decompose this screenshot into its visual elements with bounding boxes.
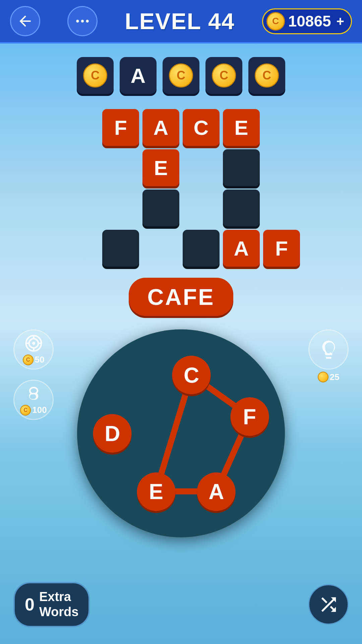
- cell-3-1: [102, 190, 139, 226]
- letter-d-node[interactable]: D: [93, 414, 132, 453]
- reward-tile-5: C: [248, 57, 285, 94]
- svg-point-1: [81, 20, 84, 22]
- cell-4-3: [183, 230, 220, 267]
- level-title: LEVEL 44: [125, 8, 235, 34]
- grid-row-3: [101, 188, 261, 228]
- letter-wheel: C F D E A: [77, 329, 285, 537]
- target-cost-coin: C: [23, 355, 34, 365]
- header: LEVEL 44 C 10865 +: [0, 0, 362, 44]
- cell-2-1: [102, 149, 139, 186]
- grid-row-2: E: [101, 148, 261, 188]
- svg-point-2: [86, 20, 88, 22]
- reward-row: C A C C C: [0, 57, 362, 94]
- menu-button[interactable]: [67, 6, 98, 36]
- grid-row-4: A F: [60, 228, 302, 268]
- bottom-area: 0 ExtraWords: [0, 582, 362, 627]
- hint-cost-coin: [318, 372, 328, 382]
- target-tool-cost: C 50: [23, 355, 45, 365]
- cell-2-2: E: [142, 149, 179, 186]
- shuffle-button[interactable]: [308, 584, 349, 625]
- target-tool-button[interactable]: C 50: [13, 329, 54, 370]
- cell-3-2: [142, 190, 179, 226]
- coin-display: C 10865 +: [262, 8, 352, 34]
- cell-2-4: [223, 149, 260, 186]
- crossword-grid: F A C E E A F: [0, 107, 362, 268]
- hint-cost: 25: [318, 372, 340, 382]
- cell-4-0: [62, 230, 99, 267]
- coin-plus: +: [337, 14, 344, 29]
- grid-row-1: F A C E: [101, 107, 261, 148]
- cell-1-3: C: [183, 109, 220, 146]
- reward-tile-3: C: [163, 57, 199, 94]
- cell-1-1: F: [102, 109, 139, 146]
- cell-4-1: [102, 230, 139, 267]
- letter-f-node[interactable]: F: [230, 397, 269, 436]
- cell-2-3: [183, 149, 220, 186]
- extra-words-label: ExtraWords: [39, 589, 79, 620]
- reward-coin-4: C: [212, 63, 236, 88]
- svg-point-0: [76, 20, 79, 22]
- hint-button[interactable]: [308, 329, 349, 370]
- reward-coin-5: C: [255, 63, 279, 88]
- cell-1-2: A: [142, 109, 179, 146]
- coin-amount: 10865: [288, 12, 331, 30]
- reward-tile-1: C: [77, 57, 114, 94]
- cell-3-3: [183, 190, 220, 226]
- svg-point-5: [32, 341, 35, 344]
- letter-e-node[interactable]: E: [137, 472, 175, 511]
- reward-coin-1: C: [83, 63, 107, 88]
- coin-icon: C: [266, 12, 285, 31]
- back-button[interactable]: [10, 6, 40, 36]
- reward-tile-4: C: [205, 57, 242, 94]
- brain-tool-button[interactable]: C 100: [13, 380, 54, 420]
- hint-cost-value: 25: [330, 372, 340, 382]
- reward-coin-3: C: [169, 63, 193, 88]
- left-tools: C 50 C 100: [13, 329, 54, 420]
- brain-cost-value: 100: [32, 405, 47, 415]
- reward-tile-2: A: [120, 57, 157, 94]
- cell-1-4: E: [223, 109, 260, 146]
- right-hint: 25: [308, 329, 349, 382]
- target-cost-value: 50: [35, 355, 45, 365]
- cell-4-4: A: [223, 230, 260, 267]
- letter-c-node[interactable]: C: [172, 356, 211, 394]
- extra-words-count: 0: [25, 594, 35, 614]
- brain-tool-cost: C 100: [20, 405, 47, 416]
- current-word-display: CAFE: [129, 278, 233, 316]
- brain-cost-coin: C: [20, 405, 31, 416]
- extra-words-button[interactable]: 0 ExtraWords: [13, 582, 90, 627]
- letter-a-node[interactable]: A: [197, 472, 236, 511]
- cell-3-4: [223, 190, 260, 226]
- controls-area: C 50 C 100 C F D E A: [0, 329, 362, 537]
- cell-4-5: F: [263, 230, 300, 267]
- cell-4-2: [142, 230, 179, 267]
